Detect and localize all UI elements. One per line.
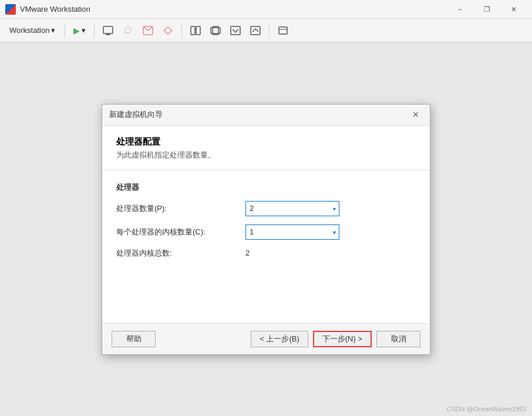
workstation-label: Workstation <box>9 26 49 35</box>
total-cores-row: 处理器内核总数: 2 <box>116 248 416 259</box>
processor-count-label: 处理器数量(P): <box>116 203 245 214</box>
toolbar-icon-btn-5[interactable] <box>187 22 204 39</box>
toolbar-icon-btn-2[interactable] <box>119 22 137 39</box>
processor-count-row: 处理器数量(P): 1 2 4 8 ▾ <box>116 201 416 216</box>
minimize-button[interactable]: − <box>446 0 473 19</box>
toolbar-icon-btn-6[interactable] <box>207 22 224 39</box>
footer-left: 帮助 <box>112 331 246 347</box>
back-button[interactable]: < 上一步(B) <box>251 331 308 347</box>
processor-count-control: 1 2 4 8 ▾ <box>245 201 416 216</box>
play-button[interactable]: ▶ ▾ <box>70 22 89 39</box>
toolbar: Workstation ▾ ▶ ▾ <box>0 19 532 42</box>
svg-rect-11 <box>279 27 287 34</box>
play-dropdown-arrow: ▾ <box>82 26 86 35</box>
dialog-body: 处理器 处理器数量(P): 1 2 4 8 ▾ <box>102 170 430 323</box>
toolbar-sep-1 <box>65 24 65 38</box>
next-button[interactable]: 下一步(N) > <box>313 331 372 347</box>
toolbar-icon-btn-3[interactable] <box>139 22 157 39</box>
play-group: ▶ ▾ <box>70 22 89 39</box>
cores-per-processor-select-wrapper: 1 2 4 8 ▾ <box>245 224 339 240</box>
new-vm-wizard-dialog: 新建虚拟机向导 ✕ 处理器配置 为此虚拟机指定处理器数量。 处理器 处理器数量(… <box>102 104 430 355</box>
dialog-close-button[interactable]: ✕ <box>409 108 423 122</box>
dialog-footer: 帮助 < 上一步(B) 下一步(N) > 取消 <box>102 323 430 354</box>
toolbar-icon-btn-9[interactable] <box>274 22 292 39</box>
dialog-header-title: 处理器配置 <box>116 136 416 147</box>
processor-count-select[interactable]: 1 2 4 8 <box>245 201 339 216</box>
cores-per-processor-select[interactable]: 1 2 4 8 <box>245 224 339 240</box>
workstation-dropdown-arrow: ▾ <box>51 26 55 35</box>
processors-section-label: 处理器 <box>116 182 416 193</box>
workstation-menu-button[interactable]: Workstation ▾ <box>5 22 60 39</box>
app-title: VMware Workstation <box>20 5 446 14</box>
dialog-title: 新建虚拟机向导 <box>109 109 163 120</box>
main-content: 新建虚拟机向导 ✕ 处理器配置 为此虚拟机指定处理器数量。 处理器 处理器数量(… <box>0 42 532 416</box>
total-cores-number: 2 <box>245 249 250 257</box>
processor-count-select-wrapper: 1 2 4 8 ▾ <box>245 201 339 216</box>
cancel-button[interactable]: 取消 <box>376 331 420 347</box>
svg-rect-9 <box>231 26 240 35</box>
svg-rect-0 <box>103 26 113 33</box>
watermark: CSDN @OceanWaves1993 <box>447 405 526 412</box>
total-cores-value: 2 <box>245 249 416 257</box>
play-icon: ▶ <box>73 26 80 35</box>
svg-rect-5 <box>191 26 195 35</box>
svg-point-3 <box>125 27 131 33</box>
help-button[interactable]: 帮助 <box>112 331 156 347</box>
dialog-header: 处理器配置 为此虚拟机指定处理器数量。 <box>102 126 430 170</box>
window-controls: − ❐ ✕ <box>446 0 527 19</box>
toolbar-sep-2 <box>94 24 95 38</box>
app-icon <box>5 4 16 15</box>
restore-button[interactable]: ❐ <box>473 0 500 19</box>
toolbar-icon-btn-1[interactable] <box>99 22 117 39</box>
toolbar-sep-4 <box>269 24 270 38</box>
cores-per-processor-row: 每个处理器的内核数量(C): 1 2 4 8 ▾ <box>116 224 416 240</box>
svg-rect-6 <box>196 26 200 35</box>
toolbar-icon-btn-8[interactable] <box>247 22 264 39</box>
toolbar-icon-btn-7[interactable] <box>227 22 244 39</box>
cores-per-processor-control: 1 2 4 8 ▾ <box>245 224 416 240</box>
dialog-header-subtitle: 为此虚拟机指定处理器数量。 <box>116 150 416 160</box>
workstation-group: Workstation ▾ <box>5 22 60 39</box>
footer-right: < 上一步(B) 下一步(N) > 取消 <box>251 331 420 347</box>
title-bar: VMware Workstation − ❐ ✕ <box>0 0 532 19</box>
svg-rect-10 <box>251 26 260 35</box>
total-cores-label: 处理器内核总数: <box>116 248 245 259</box>
close-button[interactable]: ✕ <box>500 0 527 19</box>
dialog-titlebar: 新建虚拟机向导 ✕ <box>102 105 430 126</box>
toolbar-icon-btn-4[interactable] <box>159 22 177 39</box>
cores-per-processor-label: 每个处理器的内核数量(C): <box>116 227 245 237</box>
toolbar-sep-3 <box>181 24 182 38</box>
